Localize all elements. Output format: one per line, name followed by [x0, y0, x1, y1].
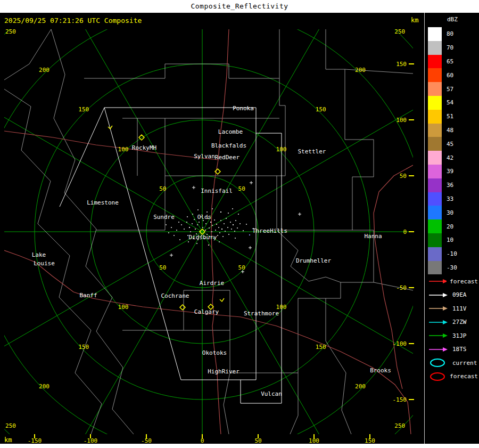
ring-distance-label: 100: [118, 304, 129, 311]
azimuth-line: [202, 232, 367, 448]
dbz-color-swatch: [428, 137, 442, 151]
boundary-line: [374, 282, 413, 290]
ellipse-shape: [431, 359, 444, 366]
road-line: [4, 250, 411, 434]
arrow-head: [443, 306, 448, 311]
dbz-value-label: 54: [447, 99, 453, 106]
radar-echo: [168, 232, 169, 233]
radar-echo: [219, 241, 220, 242]
dbz-scale-row: 20: [428, 219, 478, 233]
legend-item: 09EA: [428, 288, 478, 302]
bottom-statusbar: [0, 444, 479, 448]
dbz-value-label: 10: [447, 237, 453, 243]
radar-echo: [166, 224, 167, 225]
ring-distance-label: 150: [316, 344, 326, 351]
radar-echo: [184, 229, 185, 230]
radar-site-icon: [180, 305, 185, 310]
legend-item: forecast: [428, 274, 478, 288]
legend-item: 27ZW: [428, 315, 478, 329]
coverage-boundary: [104, 108, 282, 403]
city-label: Strathmore: [244, 310, 279, 317]
radar-echo: [174, 235, 175, 236]
radar-echo: [197, 224, 198, 225]
city-label: Drumheller: [296, 257, 332, 264]
arrow-head: [443, 333, 448, 338]
radar-map-canvas[interactable]: PonokaLacombeBlackfaldsRedDeerSylvanStet…: [0, 0, 479, 448]
dbz-scale-row: 65: [428, 55, 478, 69]
radar-echo: [208, 245, 209, 246]
check-marker-icon: [108, 126, 112, 129]
legend-panel: dBZ 80706560575451484542393633302010-10-…: [428, 15, 478, 383]
radar-echo: [188, 241, 189, 242]
dbz-scale-row: 48: [428, 124, 478, 137]
dbz-color-swatch: [428, 192, 442, 206]
right-axis-label: -150: [393, 396, 407, 403]
city-label: RockyMH: [132, 144, 156, 151]
radar-echo: [179, 239, 180, 240]
cell-ellipse-icon: [428, 372, 447, 381]
radar-echo: [210, 222, 211, 223]
radar-echo: [215, 230, 216, 231]
map-annotations: PonokaLacombeBlackfaldsRedDeerSylvanStet…: [5, 28, 414, 444]
dbz-scale-row: 39: [428, 165, 478, 178]
radar-echo: [218, 227, 219, 228]
radar-echo: [224, 223, 225, 224]
dbz-value-label: 57: [447, 86, 453, 93]
legend-item: 31JP: [428, 329, 478, 343]
radar-echo: [195, 229, 196, 230]
radar-echo: [181, 224, 182, 225]
dbz-scale-row: 45: [428, 137, 478, 151]
window-title: Composite_Reflectivity: [0, 0, 479, 13]
ring-distance-label: 100: [276, 304, 287, 311]
city-label: Sundre: [153, 214, 175, 221]
ring-distance-label: 250: [394, 422, 405, 429]
dbz-value-label: 36: [447, 182, 453, 189]
legend-item: 18TS: [428, 343, 478, 356]
ring-distance-label: 200: [355, 383, 366, 390]
legend-item: forecast: [428, 370, 478, 384]
radar-echo: [205, 230, 206, 231]
legend-item-label: forecast: [450, 373, 478, 380]
ring-distance-label: 200: [39, 383, 49, 390]
check-marker-icon: [220, 298, 224, 302]
track-arrow-icon: [428, 345, 449, 354]
ring-distance-label: 150: [78, 106, 89, 113]
boundary-line: [326, 29, 374, 230]
dbz-scale-row: 60: [428, 68, 478, 82]
dbz-scale-row: 36: [428, 178, 478, 192]
city-label: RedDeer: [215, 154, 240, 161]
track-arrow-icon: [428, 317, 449, 327]
radar-echo: [216, 224, 217, 225]
legend-item-label: forecast: [450, 278, 478, 285]
ring-distance-label: 50: [238, 185, 245, 192]
dbz-color-swatch: [428, 233, 442, 247]
dbz-scale-row: 10: [428, 233, 478, 247]
track-legend: forecast09EA111V27ZW31JP18TScurrentforec…: [428, 274, 478, 383]
road-line: [374, 165, 413, 389]
city-label: Didsbury: [189, 234, 217, 241]
dbz-scale-row: 57: [428, 82, 478, 96]
radar-echo: [202, 227, 203, 228]
dbz-value-label: 70: [447, 44, 453, 51]
radar-echo: [214, 219, 215, 221]
dbz-value-label: 45: [447, 141, 453, 148]
radar-echo: [225, 231, 226, 232]
dbz-value-label: 42: [447, 154, 453, 161]
dbz-color-swatch: [428, 206, 442, 219]
dbz-color-swatch: [428, 96, 442, 110]
dbz-value-label: -30: [447, 264, 457, 271]
radar-echo: [220, 220, 221, 221]
dbz-color-swatch: [428, 219, 442, 233]
ellipse-shape: [431, 373, 444, 380]
road-line: [4, 131, 218, 160]
arrow-head: [443, 320, 448, 324]
dbz-scale-row: 54: [428, 96, 478, 110]
ring-distance-label: 50: [159, 185, 166, 192]
dbz-value-label: 39: [447, 168, 453, 175]
dbz-color-swatch: [428, 261, 442, 275]
city-label: Calgary: [194, 308, 219, 315]
radar-echo: [237, 227, 238, 229]
dbz-value-label: 65: [447, 58, 453, 65]
city-label: Olds: [197, 214, 212, 221]
radar-echo: [199, 222, 200, 223]
